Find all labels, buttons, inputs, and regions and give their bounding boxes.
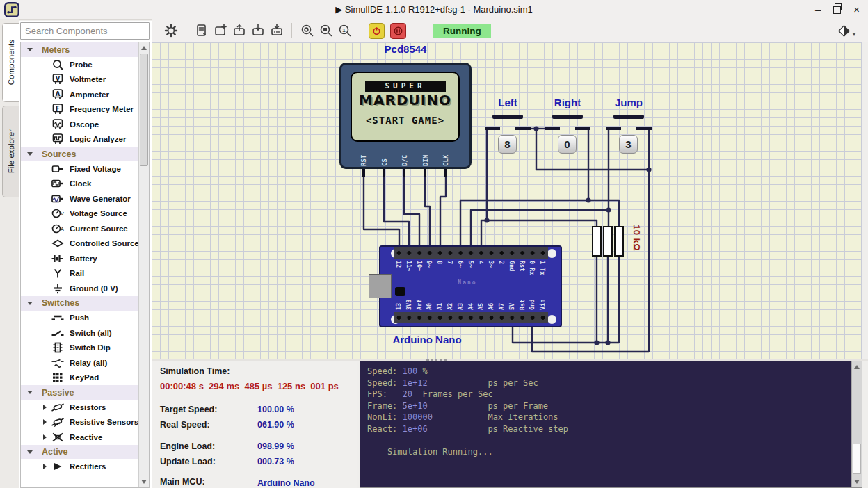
nano-pin-label: 10~ — [416, 261, 423, 271]
contrast-theme-icon[interactable]: ▼ — [837, 24, 857, 38]
sidebar-row[interactable]: Battery — [21, 251, 139, 266]
pause-simulation-button[interactable] — [390, 23, 406, 39]
collapse-arrow-icon — [27, 302, 33, 305]
arduino-nano[interactable]: Nano 12 11~ 10~ 9~ 8 7 6~ 5~ 4 3~ — [369, 245, 563, 327]
sidebar-row[interactable]: Probe — [21, 57, 139, 72]
sidebar-row[interactable]: V Voltmeter — [21, 72, 139, 88]
push-actuator[interactable] — [613, 115, 644, 119]
keybinding-badge[interactable]: 3 — [619, 135, 638, 154]
sidebar-row[interactable]: A Current Source — [21, 221, 139, 236]
close-button[interactable]: × — [853, 5, 860, 15]
open-recent-circuit-icon[interactable] — [192, 22, 211, 40]
sidebar-row[interactable]: Rail — [21, 266, 139, 282]
scroll-up-icon[interactable] — [854, 365, 860, 369]
sidebar-row[interactable]: Resistors — [21, 400, 139, 415]
relay-icon — [50, 357, 65, 368]
scroll-down-icon[interactable] — [141, 480, 147, 484]
sidebar-row[interactable]: Controlled Source — [21, 236, 139, 252]
restore-button[interactable] — [833, 6, 841, 14]
zoom-fit-icon[interactable] — [298, 22, 316, 40]
save-circuit-icon[interactable] — [248, 22, 267, 40]
nano-pin-strip-bottom — [394, 312, 548, 323]
push-button-jump[interactable]: Jump 3 — [597, 97, 661, 166]
keybinding-badge[interactable]: 0 — [558, 135, 577, 154]
resistor[interactable] — [603, 226, 613, 257]
lcd-pin-label: D/C — [401, 155, 408, 166]
resistors-icon — [50, 402, 65, 413]
contact — [545, 127, 560, 130]
minimize-button[interactable]: – — [815, 5, 821, 15]
sidebar-row[interactable]: Reactive — [21, 430, 139, 445]
nano-pin-label: Gnd — [508, 261, 515, 271]
sidebar-row[interactable]: KeyPad — [21, 371, 139, 386]
sidebar-row[interactable]: Switches — [21, 296, 139, 311]
sidebar-scrollbar[interactable] — [138, 42, 149, 487]
expand-arrow-icon — [43, 405, 47, 410]
ampmeter-icon: A — [50, 89, 65, 100]
lcd-pin-label: DIN — [422, 155, 429, 166]
sidebar-row[interactable]: Meters — [21, 42, 139, 57]
scrollbar-thum b[interactable] — [853, 444, 861, 474]
new-circuit-icon[interactable] — [211, 22, 230, 40]
tab-components[interactable]: Components — [2, 23, 19, 102]
sidebar-row[interactable]: Active — [21, 445, 139, 459]
sidebar-row[interactable]: Fixed Voltage — [21, 161, 139, 177]
sidebar-row[interactable]: Clock — [21, 177, 139, 192]
push-button-right[interactable]: Right 0 — [536, 97, 600, 166]
nano-pin-label: 6~ — [457, 261, 464, 268]
push-button-left[interactable]: Left 8 — [476, 97, 540, 166]
push-actuator[interactable] — [552, 115, 583, 119]
pcd8544-lcd[interactable]: SUPER MARDUINO <START GAME> — [339, 63, 472, 169]
nano-pin-label: A7 — [498, 303, 505, 310]
sidebar-row[interactable]: Resistive Sensors — [21, 415, 139, 430]
toolbar-separator — [360, 23, 360, 38]
settings-gear-icon[interactable] — [161, 22, 180, 40]
save-circuit-as-icon[interactable] — [267, 22, 286, 40]
open-circuit-icon[interactable] — [230, 22, 248, 40]
scroll-down-icon[interactable] — [854, 480, 860, 484]
nano-pin-label: 7 — [447, 261, 453, 264]
toolbar-separator — [186, 23, 186, 38]
zoom-selected-icon[interactable] — [316, 22, 335, 40]
resistor-pack[interactable] — [590, 223, 632, 262]
tab-file-explorer[interactable]: File explorer — [2, 106, 19, 197]
resistor[interactable] — [592, 226, 602, 257]
sidebar-row[interactable]: Logic Analyzer — [21, 132, 139, 147]
sidebar-row[interactable]: Rectifiers — [21, 459, 139, 475]
stat-row: Real Speed:061.90 % — [160, 418, 357, 430]
sidebar-row[interactable]: Oscope — [21, 117, 139, 132]
expand-arrow-icon — [43, 419, 47, 425]
simulation-stats-panel: Simulation Time: 00:00:48 s 294 ms 485 µ… — [152, 361, 357, 488]
console-scrollbar[interactable] — [851, 361, 862, 487]
sidebar-row[interactable]: Wave Generator — [21, 191, 139, 206]
sidebar-row[interactable]: Push — [21, 311, 139, 326]
scroll-up-icon[interactable] — [141, 46, 147, 50]
resistor[interactable] — [614, 226, 624, 257]
sidebar-row[interactable]: F Frequency Meter — [21, 102, 139, 117]
sidebar-row[interactable]: Relay (all) — [21, 355, 139, 371]
search-input[interactable] — [20, 22, 150, 40]
switch-icon — [50, 327, 65, 339]
side-tab-strip: Components File explorer — [0, 19, 19, 488]
title-bar: ▶ SimulIDE-1.1.0 R1912+dfsg-1 - Marduino… — [0, 0, 868, 20]
sidebar-row[interactable]: Passive — [21, 385, 139, 400]
push-icon — [50, 312, 65, 323]
sidebar-row[interactable]: Sources — [21, 147, 139, 161]
sidebar-row[interactable]: Switch (all) — [21, 325, 139, 341]
sidebar-row[interactable]: V Voltage Source — [21, 206, 139, 222]
sidebar-row[interactable]: Switch Dip — [21, 341, 139, 356]
nano-pin-label: A5 — [477, 303, 484, 310]
resistive-sensors-icon — [50, 416, 65, 428]
rail-icon — [50, 268, 65, 279]
power-circuit-button[interactable] — [369, 23, 385, 39]
scrollbar-thumb[interactable] — [140, 54, 148, 166]
zoom-one-icon[interactable]: 1 — [335, 22, 354, 40]
sidebar-row[interactable]: Ground (0 V) — [21, 281, 139, 296]
nano-pin-label: A6 — [488, 303, 495, 310]
circuit-canvas[interactable]: Pcd8544 SUPER MARDUINO <START GAME> RST … — [152, 42, 862, 359]
push-actuator[interactable] — [492, 115, 523, 119]
stat-row: Update Load:000.73 % — [160, 455, 357, 467]
keybinding-badge[interactable]: 8 — [498, 135, 517, 154]
nano-reset-button[interactable] — [395, 287, 405, 296]
sidebar-row[interactable]: A Ampmeter — [21, 87, 139, 102]
